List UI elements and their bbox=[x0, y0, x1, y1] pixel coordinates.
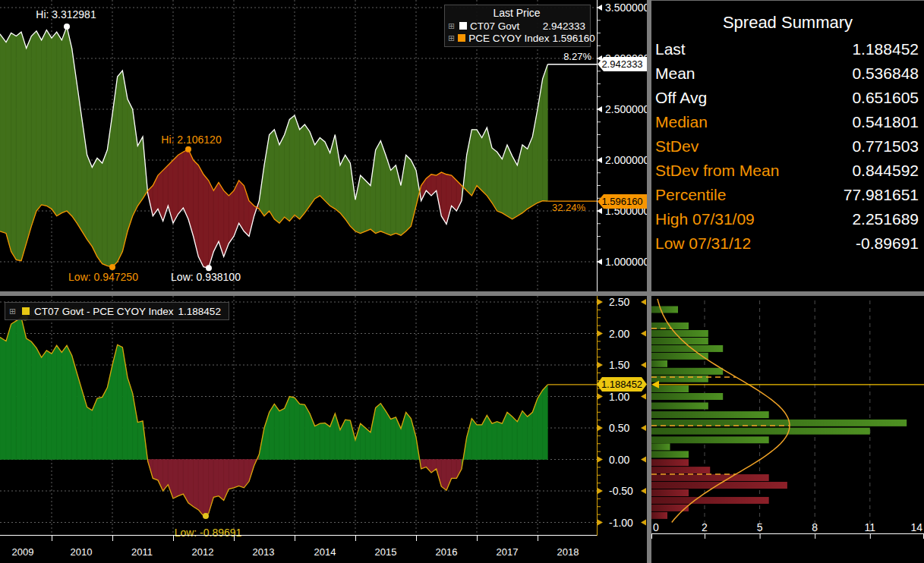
chart-annotation: Hi: 2.106120 bbox=[161, 134, 222, 146]
summary-label: Median bbox=[655, 110, 708, 134]
summary-row-stdev: StDev0.771503 bbox=[651, 134, 924, 159]
spread-last-badge: 1.188452 bbox=[597, 377, 647, 392]
panel-divider-vertical[interactable] bbox=[647, 0, 651, 563]
y-axis-tick-label: 0.00 bbox=[609, 454, 629, 466]
legend-row-pce[interactable]: ⊞ PCE CYOY Index 1.596160 bbox=[448, 32, 585, 44]
spread-summary-title: Spread Summary bbox=[651, 13, 924, 33]
series-value-pce: 1.596160 bbox=[553, 33, 595, 44]
summary-value: 0.844592 bbox=[852, 159, 919, 183]
expand-icon[interactable]: ⊞ bbox=[9, 307, 17, 316]
expand-icon[interactable]: ⊞ bbox=[448, 34, 455, 42]
spread-chart-y-axis: 2.502.001.501.000.500.00-0.50-1.00 bbox=[597, 296, 647, 543]
x-axis-year-label: 2010 bbox=[62, 543, 100, 563]
x-axis-year-label: 2018 bbox=[549, 543, 587, 563]
histogram-x-tick-label: 2 bbox=[702, 521, 708, 533]
pct-change-label: 8.27% bbox=[563, 51, 591, 62]
summary-value: 2.251689 bbox=[852, 207, 919, 231]
spread-legend[interactable]: ⊞ CT07 Govt - PCE CYOY Index 1.188452 bbox=[5, 302, 229, 320]
x-axis-year-label: 2016 bbox=[427, 543, 465, 563]
x-axis-year-label: 2009 bbox=[4, 543, 42, 563]
spread-summary-panel: Spread Summary Last1.188452Mean0.536848O… bbox=[651, 0, 924, 291]
chart-annotation: Hi: 3.312981 bbox=[36, 8, 96, 20]
panel-divider-horizontal[interactable] bbox=[0, 291, 924, 296]
histogram-x-tick-label: 0 bbox=[653, 521, 659, 533]
chart-annotation: Low: -0.89691 bbox=[175, 527, 242, 539]
y-axis-tick-label: 2.500000 bbox=[605, 103, 647, 115]
histogram-x-tick-label: 14 bbox=[910, 521, 922, 533]
y-axis-tick-label: 1.50 bbox=[609, 359, 629, 371]
summary-label: Percentile bbox=[655, 183, 726, 207]
summary-value: 1.188452 bbox=[852, 37, 919, 61]
x-axis-years: 2009201020112012201320142015201620172018 bbox=[0, 543, 647, 563]
spread-analysis-window: Hi: 3.312981Hi: 2.106120Low: 0.947250Low… bbox=[0, 0, 924, 563]
distribution-histogram-canvas[interactable]: 02581114 bbox=[651, 296, 924, 543]
series-label-spread: CT07 Govt - PCE CYOY Index bbox=[34, 306, 174, 317]
x-axis-year-label: 2015 bbox=[367, 543, 405, 563]
series-swatch-spread bbox=[22, 307, 30, 315]
summary-row-off-avg: Off Avg0.651605 bbox=[651, 86, 924, 110]
x-axis-year-label: 2013 bbox=[244, 543, 282, 563]
y-axis-tick-label: 1.00 bbox=[609, 391, 629, 403]
summary-value: 0.541801 bbox=[852, 110, 919, 134]
summary-label: StDev from Mean bbox=[655, 159, 779, 183]
y-axis-tick-label: 2.50 bbox=[609, 296, 629, 308]
series-value-ct07: 2.942333 bbox=[543, 20, 585, 32]
histogram-x-tick-label: 8 bbox=[812, 521, 818, 533]
histogram-x-tick-label: 11 bbox=[865, 521, 876, 533]
summary-row-median: Median0.541801 bbox=[651, 110, 924, 134]
summary-label: Low 07/31/12 bbox=[655, 231, 751, 256]
y-axis-tick-label: 1.000000 bbox=[605, 256, 647, 268]
summary-row-percentile: Percentile77.981651 bbox=[651, 183, 924, 207]
summary-value: 0.536848 bbox=[852, 61, 919, 86]
summary-label: Last bbox=[655, 37, 686, 61]
chart-annotation: Low: 0.938100 bbox=[171, 271, 241, 283]
summary-label: StDev bbox=[655, 134, 699, 159]
histogram-x-tick-label: 5 bbox=[757, 521, 763, 533]
summary-row-last: Last1.188452 bbox=[651, 37, 924, 61]
legend-row-ct07[interactable]: ⊞ CT07 Govt 2.942333 bbox=[448, 20, 585, 32]
summary-value: 0.771503 bbox=[852, 134, 919, 159]
y-axis-tick-label: -1.00 bbox=[609, 517, 633, 529]
summary-row-low-07-31-12: Low 07/31/12-0.89691 bbox=[651, 231, 924, 256]
y-axis-tick-label: 0.50 bbox=[609, 422, 629, 434]
price-chart-y-axis: 1.0000001.5000002.0000002.5000003.000000… bbox=[597, 0, 647, 291]
legend-title: Last Price bbox=[448, 7, 585, 20]
summary-row-mean: Mean0.536848 bbox=[651, 61, 924, 86]
summary-row-stdev-from-mean: StDev from Mean0.844592 bbox=[651, 159, 924, 183]
y-axis-tick-label: -0.50 bbox=[609, 485, 633, 497]
summary-value: 0.651605 bbox=[852, 86, 919, 110]
summary-value: 77.981651 bbox=[844, 183, 919, 207]
x-axis-year-label: 2012 bbox=[184, 543, 222, 563]
summary-label: Off Avg bbox=[655, 86, 707, 110]
series-swatch-pce bbox=[458, 34, 465, 42]
expand-icon[interactable]: ⊞ bbox=[448, 22, 456, 30]
series-value-spread: 1.188452 bbox=[178, 306, 221, 317]
price-legend[interactable]: Last Price ⊞ CT07 Govt 2.942333 ⊞ PCE CY… bbox=[444, 5, 591, 47]
summary-label: High 07/31/09 bbox=[655, 207, 755, 231]
series-label-pce: PCE CYOY Index bbox=[468, 33, 549, 44]
last-price-badge-pce: 1.596160 bbox=[598, 194, 647, 209]
last-price-badge-ct07: 2.942333 bbox=[598, 57, 647, 71]
summary-label: Mean bbox=[655, 61, 695, 86]
y-axis-tick-label: 2.00 bbox=[609, 328, 629, 340]
summary-row-high-07-31-09: High 07/31/092.251689 bbox=[651, 207, 924, 231]
pct-change-label: 32.24% bbox=[552, 202, 586, 213]
y-axis-tick-label: 3.500000 bbox=[605, 2, 647, 14]
series-label-ct07: CT07 Govt bbox=[470, 20, 540, 32]
chart-annotation: Low: 0.947250 bbox=[68, 271, 138, 283]
summary-value: -0.89691 bbox=[856, 231, 919, 256]
x-axis-year-label: 2011 bbox=[123, 543, 161, 563]
x-axis-year-label: 2017 bbox=[488, 543, 526, 563]
spread-chart-canvas[interactable]: Hi: 2.251689Low: -0.89691 bbox=[0, 296, 597, 543]
series-swatch-ct07 bbox=[459, 22, 467, 30]
y-axis-tick-label: 2.000000 bbox=[605, 154, 647, 166]
x-axis-year-label: 2014 bbox=[306, 543, 344, 563]
